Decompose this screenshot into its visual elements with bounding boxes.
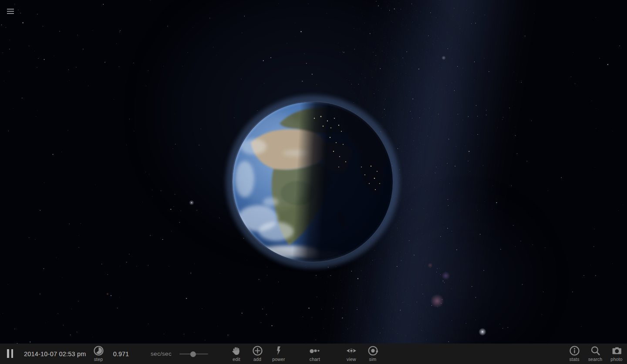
pause-button[interactable]: [7, 349, 15, 358]
photo-label: photo: [606, 357, 627, 362]
power-button[interactable]: power: [268, 345, 289, 362]
sim-button[interactable]: sim: [362, 345, 383, 362]
search-icon: [590, 345, 601, 356]
clock-step-icon: [93, 345, 104, 356]
stats-button[interactable]: stats: [564, 345, 585, 362]
edit-label: edit: [226, 357, 247, 362]
camera-icon: [611, 345, 622, 356]
info-icon: [569, 345, 580, 356]
orbit-icon: [367, 345, 378, 356]
sim-label: sim: [362, 357, 383, 362]
add-circle-icon: [252, 345, 263, 356]
time-rate-slider[interactable]: [179, 349, 208, 358]
photo-button[interactable]: photo: [606, 345, 627, 362]
dots-chart-icon: [309, 345, 320, 356]
stats-label: stats: [564, 357, 585, 362]
add-label: add: [247, 357, 268, 362]
step-label: step: [88, 357, 109, 362]
earth-surface: [232, 101, 394, 263]
time-rate-units: sec/sec: [147, 344, 175, 364]
chart-button[interactable]: chart: [304, 345, 325, 362]
chart-label: chart: [304, 357, 325, 362]
view-label: view: [341, 357, 362, 362]
menu-button[interactable]: [6, 7, 16, 16]
search-button[interactable]: search: [585, 345, 606, 362]
app-viewport[interactable]: 2014-10-07 02:53 pm step 0.971 sec/sec: [0, 0, 627, 364]
earth[interactable]: [232, 101, 394, 263]
search-label: search: [585, 357, 606, 362]
power-label: power: [268, 357, 289, 362]
bottom-toolbar: 2014-10-07 02:53 pm step 0.971 sec/sec: [0, 344, 627, 364]
hand-icon: [231, 345, 242, 356]
lightning-icon: [273, 345, 284, 356]
step-button[interactable]: step: [88, 345, 109, 362]
eye-icon: [346, 345, 357, 356]
view-button[interactable]: view: [341, 345, 362, 362]
datetime-display[interactable]: 2014-10-07 02:53 pm: [24, 344, 86, 364]
time-rate-value[interactable]: 0.971: [107, 344, 135, 364]
slider-handle[interactable]: [190, 351, 196, 357]
add-button[interactable]: add: [247, 345, 268, 362]
edit-button[interactable]: edit: [226, 345, 247, 362]
